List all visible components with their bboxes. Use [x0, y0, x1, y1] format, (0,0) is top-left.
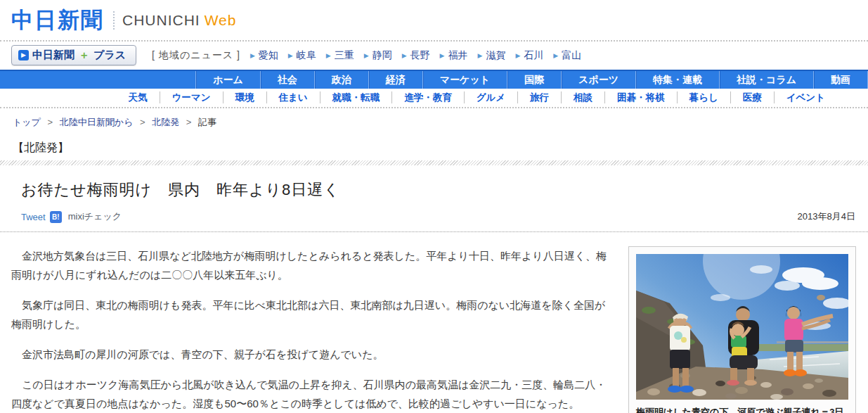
nav-item-society[interactable]: 社会 [260, 71, 314, 89]
subnav-item-living[interactable]: 暮らし [677, 91, 730, 103]
article-paragraph: 気象庁は同日、東北の梅雨明けも発表。平年に比べ東北北部は六日、東北南部は九日遅い… [11, 296, 613, 333]
nav-item-market[interactable]: マーケット [422, 71, 507, 89]
site-logo[interactable]: 中日新聞 [11, 6, 104, 35]
subnav-item-jobs[interactable]: 就職・転職 [320, 91, 392, 103]
chevron-right-icon: ▶ [553, 52, 558, 59]
breadcrumb-separator: > [140, 117, 145, 127]
nav-item-home[interactable]: ホーム [195, 71, 260, 89]
subnav-item-education[interactable]: 進学・教育 [391, 91, 464, 103]
article-figure: 梅雨明けした青空の下、河原で遊ぶ親子連れ＝3日午後、金沢市法島町の犀川で [628, 246, 856, 413]
article-paragraph: この日はオホーツク海高気圧から北風が吹き込んで気温の上昇を抑え、石川県内の最高気… [11, 375, 613, 413]
chevron-right-icon: ▶ [326, 52, 331, 59]
chevron-right-icon: ▶ [288, 52, 293, 59]
chevron-right-icon: ▶ [250, 52, 255, 59]
breadcrumb-hokurikuhatsu[interactable]: 北陸発 [152, 117, 179, 127]
logo-chunichi-text: CHUNICHI [122, 12, 200, 28]
region-link-fukui[interactable]: 福井 [448, 49, 467, 62]
chevron-right-icon: ▶ [515, 52, 520, 59]
subnav-item-travel[interactable]: 旅行 [517, 91, 561, 103]
breadcrumb-separator: > [186, 117, 192, 127]
subnav-item-igoshogi[interactable]: 囲碁・将棋 [604, 91, 677, 103]
mixi-check-button[interactable]: mixiチェック [68, 210, 122, 223]
plus-button-label-suffix: プラス [93, 49, 126, 62]
nav-item-politics[interactable]: 政治 [314, 71, 368, 89]
article-paragraph: 金沢地方気象台は三日、石川県など北陸地方が梅雨明けしたとみられると発表した。平年… [11, 246, 613, 284]
subnav-item-gourmet[interactable]: グルメ [464, 91, 517, 103]
logo-divider [113, 11, 115, 30]
region-link-gifu[interactable]: 岐阜 [297, 49, 316, 62]
subnav-item-housing[interactable]: 住まい [266, 91, 320, 103]
hatched-divider [0, 160, 868, 165]
region-bar: ▶ 中日新聞 ＋ プラス [ 地域のニュース ] ▶愛知 ▶岐阜 ▶三重 ▶静岡… [0, 42, 868, 70]
play-icon: ▶ [18, 50, 29, 61]
subnav-item-weather[interactable]: 天気 [117, 91, 160, 103]
social-bar: Tweet B! mixiチェック 2013年8月4日 [0, 202, 868, 232]
region-link-nagano[interactable]: 長野 [410, 49, 430, 62]
photo-caption: 梅雨明けした青空の下、河原で遊ぶ親子連れ＝3日午後、金沢市法島町の犀川で [636, 405, 848, 413]
chevron-right-icon: ▶ [402, 52, 407, 59]
article-paragraph: 金沢市法島町の犀川の河原では、青空の下、親子が石を投げて遊んでいた。 [11, 345, 613, 364]
breadcrumb-hokuriku-chunichi[interactable]: 北陸中日新聞から [60, 117, 134, 127]
plus-icon: ＋ [79, 49, 89, 62]
site-header: 中日新聞 CHUNICHIWeb [0, 0, 868, 42]
chevron-right-icon: ▶ [477, 52, 482, 59]
breadcrumb-top[interactable]: トップ [13, 117, 41, 127]
article-content: 金沢地方気象台は三日、石川県など北陸地方が梅雨明けしたとみられると発表した。平年… [0, 232, 868, 413]
plus-button-label-main: 中日新聞 [32, 49, 75, 62]
subnav-item-consult[interactable]: 相談 [561, 91, 604, 103]
region-item-gifu: ▶岐阜 [288, 49, 316, 62]
region-item-aichi: ▶愛知 [250, 49, 278, 62]
region-link-toyama[interactable]: 富山 [562, 49, 581, 62]
chevron-right-icon: ▶ [364, 52, 369, 59]
site-logo-en[interactable]: CHUNICHIWeb [122, 12, 236, 29]
article-date: 2013年8月4日 [798, 210, 855, 223]
article-photo [636, 254, 848, 400]
nav-item-editorial[interactable]: 社説・コラム [719, 71, 813, 89]
subnav-item-woman[interactable]: ウーマン [160, 91, 223, 103]
region-link-ishikawa[interactable]: 石川 [524, 49, 543, 62]
hatena-bookmark-icon[interactable]: B! [50, 211, 62, 223]
region-item-ishikawa: ▶石川 [515, 49, 543, 62]
region-item-toyama: ▶富山 [553, 49, 581, 62]
region-link-aichi[interactable]: 愛知 [259, 49, 278, 62]
breadcrumb-current: 記事 [198, 117, 216, 127]
subnav-item-environment[interactable]: 環境 [223, 91, 266, 103]
main-nav: ホーム 社会 政治 経済 マーケット 国際 スポーツ 特集・連載 社説・コラム … [0, 70, 868, 89]
subnav-item-event[interactable]: イベント [774, 91, 837, 103]
breadcrumb-separator: > [48, 117, 53, 127]
nav-item-sports[interactable]: スポーツ [561, 71, 635, 89]
section-label: 【北陸発】 [0, 135, 868, 160]
nav-item-video[interactable]: 動画 [813, 71, 868, 89]
region-item-shizuoka: ▶静岡 [364, 49, 392, 62]
chunichi-plus-button[interactable]: ▶ 中日新聞 ＋ プラス [11, 45, 136, 65]
region-link-shiga[interactable]: 滋賀 [486, 49, 505, 62]
subnav-item-medical[interactable]: 医療 [730, 91, 774, 103]
region-link-mie[interactable]: 三重 [335, 49, 354, 62]
tweet-button[interactable]: Tweet [21, 212, 46, 222]
chevron-right-icon: ▶ [440, 52, 445, 59]
nav-item-features[interactable]: 特集・連載 [635, 71, 719, 89]
region-item-fukui: ▶福井 [440, 49, 468, 62]
breadcrumb: トップ > 北陸中日新聞から > 北陸発 > 記事 [0, 108, 868, 135]
region-item-shiga: ▶滋賀 [477, 49, 505, 62]
region-item-nagano: ▶長野 [402, 49, 430, 62]
nav-item-economy[interactable]: 経済 [368, 71, 422, 89]
article-title: お待たせ梅雨明け 県内 昨年より8日遅く [0, 165, 868, 202]
region-news-label: [ 地域のニュース ] [152, 49, 240, 62]
nav-item-international[interactable]: 国際 [507, 71, 561, 89]
article-body: 金沢地方気象台は三日、石川県など北陸地方が梅雨明けしたとみられると発表した。平年… [11, 246, 613, 413]
region-item-mie: ▶三重 [326, 49, 354, 62]
sub-nav: 天気 ウーマン 環境 住まい 就職・転職 進学・教育 グルメ 旅行 相談 囲碁・… [0, 89, 868, 108]
logo-web-text: Web [205, 12, 237, 28]
region-link-shizuoka[interactable]: 静岡 [373, 49, 392, 62]
